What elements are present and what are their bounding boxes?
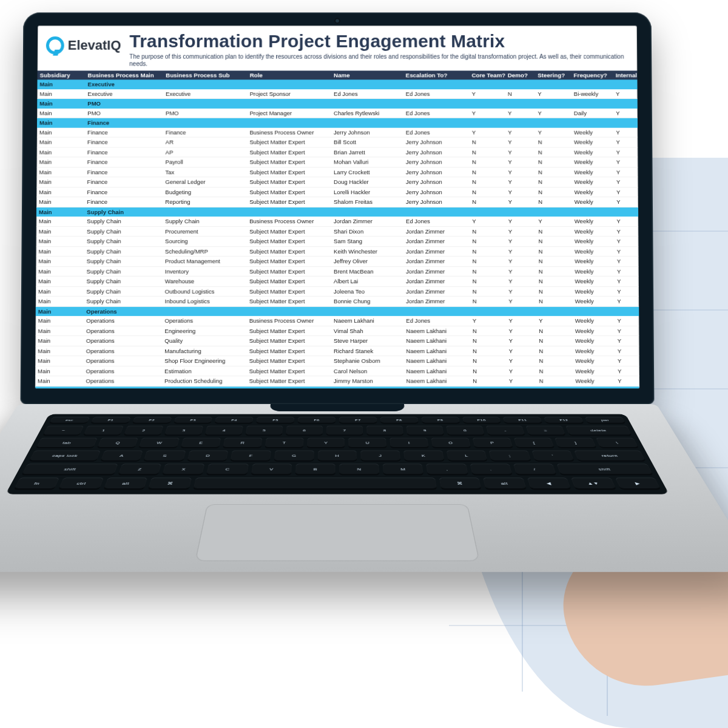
keyboard-key[interactable]: R: [223, 438, 262, 448]
keyboard-key[interactable]: ]: [554, 438, 597, 448]
keyboard-key[interactable]: ◀: [527, 477, 571, 490]
table-cell: Joleena Teo: [331, 286, 403, 297]
keyboard-key[interactable]: 1: [83, 426, 124, 436]
keyboard-key[interactable]: Q: [96, 438, 138, 448]
keyboard-key[interactable]: 6: [286, 426, 323, 436]
keyboard-key[interactable]: O: [431, 438, 471, 448]
keyboard-key[interactable]: F: [231, 451, 271, 462]
table-cell: N: [537, 366, 573, 376]
keyboard-key[interactable]: tab: [36, 438, 98, 448]
table-cell: Main: [36, 266, 84, 276]
table-cell: Subject Matter Expert: [247, 137, 331, 147]
keyboard-key[interactable]: F1: [90, 417, 130, 423]
keyboard-key[interactable]: T: [265, 438, 303, 448]
keyboard-key[interactable]: Z: [118, 463, 161, 475]
table-cell: N: [536, 277, 573, 287]
keyboard-key[interactable]: F3: [174, 417, 213, 423]
keyboard-key[interactable]: ;: [489, 451, 531, 462]
keyboard-key[interactable]: 2: [124, 426, 164, 436]
table-cell: N: [536, 167, 572, 177]
trackpad[interactable]: [195, 504, 480, 561]
table-cell: Y: [615, 376, 639, 386]
keyboard-key[interactable]: 3: [164, 426, 204, 436]
keyboard-key[interactable]: M: [383, 463, 424, 475]
keyboard-key[interactable]: \: [596, 438, 639, 448]
keyboard-key[interactable]: return: [574, 451, 645, 462]
keyboard-key[interactable]: ': [531, 451, 575, 462]
table-cell: Main: [37, 109, 85, 118]
keyboard-key[interactable]: esc: [49, 417, 90, 423]
keyboard-key[interactable]: caps lock: [29, 451, 100, 462]
keyboard-key[interactable]: ▲▼: [571, 477, 616, 490]
document-subtitle: The purpose of this communication plan t…: [129, 53, 629, 68]
keyboard-key[interactable]: Y: [307, 438, 345, 448]
keyboard-key[interactable]: [193, 477, 437, 490]
keyboard-key[interactable]: J: [360, 451, 400, 462]
keyboard-key[interactable]: G: [274, 451, 314, 462]
keyboard-key[interactable]: alt: [483, 477, 527, 490]
keyboard-key[interactable]: alt: [103, 477, 147, 490]
keyboard-key[interactable]: 8: [366, 426, 403, 436]
keyboard-key[interactable]: shift: [556, 463, 653, 475]
keyboard-key[interactable]: N: [339, 463, 379, 475]
table-row: MainFinanceFinanceBusiness Process Owner…: [37, 127, 638, 137]
table-cell: N: [536, 137, 572, 147]
keyboard-key[interactable]: 5: [245, 426, 283, 436]
keyboard-key[interactable]: V: [251, 463, 292, 475]
table-cell: Main: [36, 217, 84, 226]
table-cell: General Ledger: [163, 177, 247, 187]
keyboard-key[interactable]: S: [143, 451, 186, 462]
keyboard-key[interactable]: B: [295, 463, 335, 475]
keyboard-key[interactable]: F10: [462, 417, 502, 423]
keyboard-key[interactable]: 4: [204, 426, 243, 436]
keyboard-key[interactable]: shift: [21, 463, 118, 475]
keyboard-key[interactable]: 7: [326, 426, 363, 436]
keyboard-key[interactable]: H: [317, 451, 357, 462]
keyboard-key[interactable]: K: [403, 451, 444, 462]
keyboard-key[interactable]: W: [139, 438, 180, 448]
keyboard-key[interactable]: ,: [426, 463, 468, 475]
keyboard-key[interactable]: =: [525, 426, 565, 436]
table-cell: Y: [507, 336, 537, 346]
keyboard-key[interactable]: F2: [132, 417, 172, 423]
keyboard-key[interactable]: X: [162, 463, 205, 475]
keyboard-key[interactable]: C: [206, 463, 248, 475]
keyboard-key[interactable]: E: [181, 438, 221, 448]
keyboard-key[interactable]: F4: [215, 417, 254, 423]
keyboard-key[interactable]: D: [187, 451, 229, 462]
keyboard-key[interactable]: delete: [565, 426, 632, 436]
keyboard-key[interactable]: ⌘: [148, 477, 192, 490]
keyboard-key[interactable]: F6: [298, 417, 335, 423]
table-cell: Y: [536, 316, 573, 326]
table-cell: Weekly: [571, 157, 613, 167]
keyboard-key[interactable]: /: [513, 463, 557, 475]
table-cell: Y: [613, 137, 638, 147]
keyboard-key[interactable]: ▶: [615, 477, 661, 490]
keyboard-key[interactable]: [: [513, 438, 554, 448]
keyboard-key[interactable]: .: [470, 463, 513, 475]
table-cell: Y: [613, 89, 638, 99]
table-cell: Y: [536, 217, 572, 226]
keyboard-key[interactable]: 9: [406, 426, 445, 436]
keyboard-key[interactable]: F12: [544, 417, 584, 423]
keyboard-key[interactable]: U: [349, 438, 387, 448]
keyboard-key[interactable]: -: [486, 426, 525, 436]
table-row: MainFinanceAPSubject Matter ExpertBrian …: [37, 147, 638, 157]
keyboard-key[interactable]: F5: [256, 417, 294, 423]
keyboard-key[interactable]: ctrl: [58, 477, 104, 490]
keyboard-key[interactable]: ~: [42, 426, 84, 436]
keyboard-key[interactable]: ⌘: [439, 477, 482, 490]
keyboard-key[interactable]: F11: [503, 417, 543, 423]
keyboard-key[interactable]: F9: [421, 417, 460, 423]
keyboard-key[interactable]: I: [390, 438, 429, 448]
table-cell: Subject Matter Expert: [247, 286, 331, 297]
keyboard-key[interactable]: 0: [446, 426, 485, 436]
keyboard-key[interactable]: P: [472, 438, 513, 448]
keyboard-key[interactable]: pwr: [585, 417, 625, 423]
keyboard-key[interactable]: A: [100, 451, 143, 462]
keyboard-key[interactable]: fn: [13, 477, 59, 490]
table-cell: Bi-weekly: [571, 89, 613, 99]
keyboard-key[interactable]: L: [446, 451, 488, 462]
keyboard-key[interactable]: F7: [339, 417, 377, 423]
keyboard-key[interactable]: F8: [380, 417, 419, 423]
